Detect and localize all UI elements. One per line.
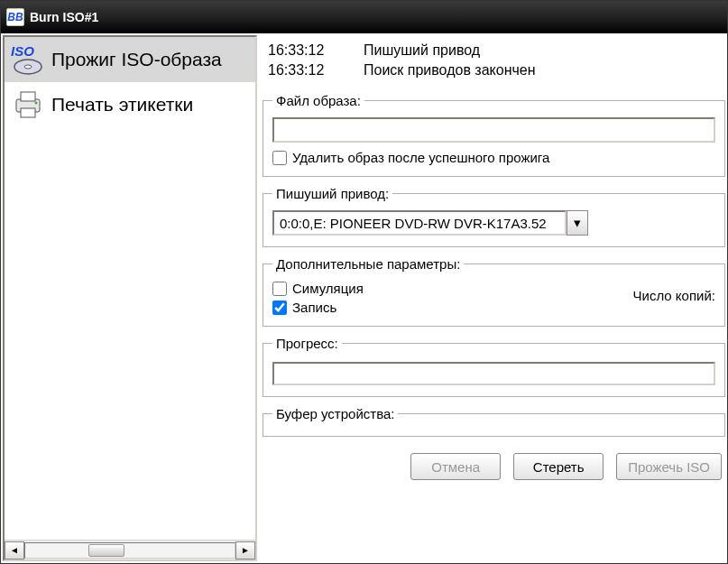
writer-selected-value: 0:0:0,E: PIONEER DVD-RW DVR-K17A3.52 [272,210,567,236]
log-area: 16:33:12 Пишуший привод 16:33:12 Поиск п… [261,35,725,89]
main-panel: 16:33:12 Пишуший привод 16:33:12 Поиск п… [259,33,727,563]
progress-group: Прогресс: [263,336,725,397]
image-file-legend: Файл образа: [272,93,364,108]
progress-bar [272,362,715,385]
progress-legend: Прогресс: [272,336,342,351]
simulate-checkbox[interactable] [272,282,287,296]
delete-after-checkbox[interactable] [272,151,287,165]
params-legend: Дополнительные параметры: [272,256,464,272]
log-time: 16:33:12 [268,41,340,60]
iso-disc-icon: ISO [8,42,48,77]
svg-text:ISO: ISO [11,43,34,59]
simulate-label: Симуляция [292,281,364,296]
sidebar-scrollbar[interactable]: ◄ ► [5,540,255,559]
app-icon: BB [6,8,24,26]
image-file-input[interactable] [272,117,715,143]
sidebar-items: ISO Прожиг ISO-образа Печать [5,37,255,540]
svg-rect-4 [21,92,35,101]
scroll-right-button[interactable]: ► [235,541,255,559]
writer-group: Пишуший привод: 0:0:0,E: PIONEER DVD-RW … [263,186,725,247]
burn-iso-button[interactable]: Прожечь ISO [616,453,722,480]
sidebar: ISO Прожиг ISO-образа Печать [3,35,257,561]
chevron-right-icon: ► [241,545,250,555]
scroll-thumb[interactable] [88,544,124,557]
params-group: Дополнительные параметры: Симуляция Запи… [263,256,725,327]
scroll-track[interactable] [24,542,235,559]
body-area: ISO Прожиг ISO-образа Печать [1,33,727,563]
log-time: 16:33:12 [268,60,340,80]
log-message: Поиск приводов закончен [364,60,536,80]
sidebar-item-print-label[interactable]: Печать этикетки [5,82,255,127]
writer-dropdown-button[interactable]: ▾ [567,210,588,236]
delete-after-label: Удалить образ после успешного прожига [292,150,549,165]
titlebar[interactable]: BB Burn ISO#1 [1,1,727,33]
sidebar-item-label: Прожиг ISO-образа [51,49,222,70]
svg-rect-5 [21,108,35,117]
window-title: Burn ISO#1 [30,10,98,24]
image-file-group: Файл образа: Удалить образ после успешно… [263,93,725,177]
log-message: Пишуший привод [364,41,480,60]
sidebar-item-label: Печать этикетки [51,94,193,116]
chevron-left-icon: ◄ [10,545,19,555]
cancel-button[interactable]: Отмена [410,453,501,480]
printer-icon [8,88,48,122]
svg-point-1 [24,65,32,69]
copies-label: Число копий: [633,281,715,303]
scroll-left-button[interactable]: ◄ [5,541,24,559]
buffer-legend: Буфер устройства: [272,406,398,421]
log-row: 16:33:12 Пишуший привод [268,41,718,60]
buttons-row: Отмена Стереть Прожечь ISO [261,442,725,487]
app-window: BB Burn ISO#1 ISO Прожиг ISO-образа [0,0,728,564]
write-checkbox[interactable] [272,300,287,315]
buffer-group: Буфер устройства: [263,406,725,437]
log-row: 16:33:12 Поиск приводов закончен [268,60,718,80]
chevron-down-icon: ▾ [574,215,581,231]
sidebar-item-burn-iso[interactable]: ISO Прожиг ISO-образа [5,37,255,82]
write-label: Запись [292,300,336,315]
svg-point-6 [35,102,38,105]
erase-button[interactable]: Стереть [513,453,604,480]
writer-legend: Пишуший привод: [272,186,392,201]
writer-select[interactable]: 0:0:0,E: PIONEER DVD-RW DVR-K17A3.52 ▾ [272,210,588,236]
